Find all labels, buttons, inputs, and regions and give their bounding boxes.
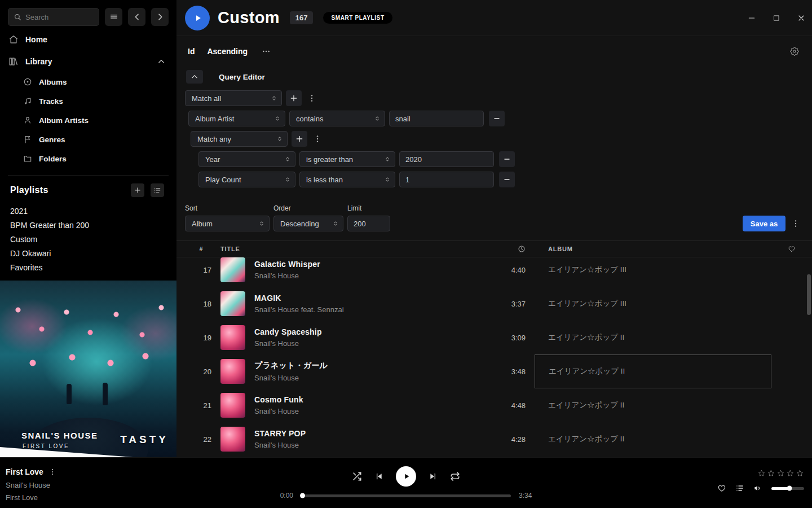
window-maximize-button[interactable]	[771, 13, 782, 23]
remove-rule-button[interactable]	[499, 151, 515, 167]
album-art-thumbnail[interactable]	[220, 325, 245, 350]
seek-slider[interactable]	[301, 494, 511, 497]
playlist-item[interactable]: Custom	[0, 232, 176, 246]
album-art-thumbnail[interactable]	[220, 359, 245, 384]
rule-operator-select[interactable]: is greater than	[299, 151, 395, 167]
album-art-thumbnail[interactable]	[220, 257, 245, 282]
match-type-select[interactable]: Match any	[191, 131, 288, 147]
nav-forward-button[interactable]	[151, 8, 169, 26]
remove-rule-button[interactable]	[499, 172, 515, 187]
rule-field-select[interactable]: Year	[198, 151, 295, 167]
query-sort-select[interactable]: Album	[185, 216, 270, 231]
collapse-query-editor-button[interactable]	[186, 70, 203, 84]
track-album[interactable]: エイリアン☆ポップ II	[535, 354, 771, 388]
rule-operator-select[interactable]: is less than	[299, 172, 395, 187]
play-pause-button[interactable]	[396, 466, 416, 487]
track-artist[interactable]: Snail's House	[254, 271, 466, 280]
playlist-item[interactable]: 2021	[0, 204, 176, 218]
more-options-button[interactable]	[260, 44, 272, 59]
sidebar-item-genres[interactable]: Genres	[0, 130, 176, 149]
track-artist[interactable]: Snail's House feat. Sennzai	[254, 305, 466, 314]
album-art-thumbnail[interactable]	[220, 427, 245, 452]
track-album[interactable]: エイリアン☆ポップ II	[535, 321, 771, 354]
track-title[interactable]: Candy Spaceship	[254, 327, 466, 336]
track-album[interactable]: エイリアン☆ポップ III	[535, 257, 771, 287]
playlist-item[interactable]: Favorites	[0, 260, 176, 274]
sidebar-item-albums[interactable]: Albums	[0, 72, 176, 91]
sidebar-item-home[interactable]: Home	[0, 31, 176, 48]
settings-button[interactable]	[788, 44, 801, 59]
next-track-button[interactable]	[429, 472, 438, 481]
album-art-thumbnail[interactable]	[220, 291, 245, 316]
mute-button[interactable]	[753, 484, 762, 493]
add-rule-button[interactable]	[286, 90, 302, 106]
now-playing-album[interactable]: First Love	[6, 493, 57, 502]
track-artist[interactable]: Snail's House	[254, 374, 466, 382]
remove-rule-button[interactable]	[489, 111, 505, 126]
save-options-button[interactable]	[789, 216, 802, 231]
track-artist[interactable]: Snail's House	[254, 441, 466, 449]
table-row[interactable]: 20 プラネット・ガール Snail's House 3:48 エイリアン☆ポッ…	[176, 354, 812, 388]
query-order-select[interactable]: Descending	[273, 216, 343, 231]
play-playlist-button[interactable]	[185, 6, 210, 30]
star-icon[interactable]	[757, 469, 766, 478]
seek-knob[interactable]	[300, 493, 305, 498]
track-title[interactable]: プラネット・ガール	[254, 361, 466, 371]
star-icon[interactable]	[776, 469, 785, 478]
album-art-thumbnail[interactable]	[220, 393, 245, 418]
now-playing-artist[interactable]: Snail's House	[6, 481, 57, 489]
star-icon[interactable]	[796, 469, 804, 478]
track-title[interactable]: Galactic Whisper	[254, 260, 466, 269]
star-icon[interactable]	[786, 469, 795, 478]
save-as-button[interactable]: Save as	[743, 216, 785, 231]
group-options-button[interactable]	[311, 132, 324, 146]
add-playlist-button[interactable]	[131, 183, 144, 197]
playlist-item[interactable]: BPM Greater than 200	[0, 218, 176, 232]
sidebar-item-album-artists[interactable]: Album Artists	[0, 111, 176, 130]
sidebar-item-folders[interactable]: Folders	[0, 149, 176, 168]
column-header-index[interactable]: #	[191, 246, 211, 252]
window-minimize-button[interactable]	[747, 13, 757, 23]
track-artist[interactable]: Snail's House	[254, 339, 466, 348]
rule-value-input[interactable]	[399, 151, 494, 167]
column-header-title[interactable]: TITLE	[220, 246, 466, 252]
chevron-up-icon[interactable]	[157, 58, 165, 65]
track-title[interactable]: STARRY POP	[254, 429, 466, 438]
sort-field-button[interactable]: Id	[188, 47, 195, 56]
table-row[interactable]: 19 Candy Spaceship Snail's House 3:09 エイ…	[176, 321, 812, 354]
group-options-button[interactable]	[306, 91, 318, 106]
menu-button[interactable]	[105, 8, 122, 26]
volume-knob[interactable]	[787, 486, 792, 491]
table-row[interactable]: 21 Cosmo Funk Snail's House 4:48 エイリアン☆ポ…	[176, 388, 812, 422]
now-playing-title[interactable]: First Love	[6, 467, 43, 476]
search-input[interactable]	[25, 13, 94, 21]
repeat-button[interactable]	[450, 471, 460, 481]
scrollbar-thumb[interactable]	[807, 274, 811, 315]
rule-value-input[interactable]	[389, 111, 484, 126]
star-icon[interactable]	[767, 469, 775, 478]
nav-back-button[interactable]	[128, 8, 145, 26]
track-album[interactable]: エイリアン☆ポップ II	[535, 422, 771, 456]
window-close-button[interactable]	[796, 13, 806, 23]
playlist-item[interactable]: DJ Okawari	[0, 246, 176, 260]
rule-field-select[interactable]: Album Artist	[188, 111, 285, 126]
sidebar-item-library[interactable]: Library	[0, 53, 176, 70]
rule-field-select[interactable]: Play Count	[198, 172, 295, 187]
previous-track-button[interactable]	[374, 472, 383, 481]
track-artist[interactable]: Snail's House	[254, 407, 466, 415]
rule-operator-select[interactable]: contains	[289, 111, 385, 126]
track-album[interactable]: エイリアン☆ポップ II	[535, 388, 771, 422]
table-row[interactable]: 22 STARRY POP Snail's House 4:28 エイリアン☆ポ…	[176, 422, 812, 456]
playlist-view-button[interactable]	[151, 183, 164, 197]
duration-column-clock-icon[interactable]	[518, 245, 526, 253]
limit-input[interactable]	[347, 216, 390, 231]
favorite-column-heart-icon[interactable]	[788, 245, 796, 253]
track-album[interactable]: エイリアン☆ポップ III	[535, 287, 771, 321]
search-box[interactable]	[8, 8, 99, 26]
sort-direction-button[interactable]: Ascending	[207, 47, 248, 56]
track-title[interactable]: Cosmo Funk	[254, 395, 466, 404]
add-rule-button[interactable]	[292, 131, 307, 147]
now-playing-options-button[interactable]	[48, 467, 57, 477]
shuffle-button[interactable]	[352, 471, 362, 481]
rule-value-input[interactable]	[399, 172, 494, 187]
